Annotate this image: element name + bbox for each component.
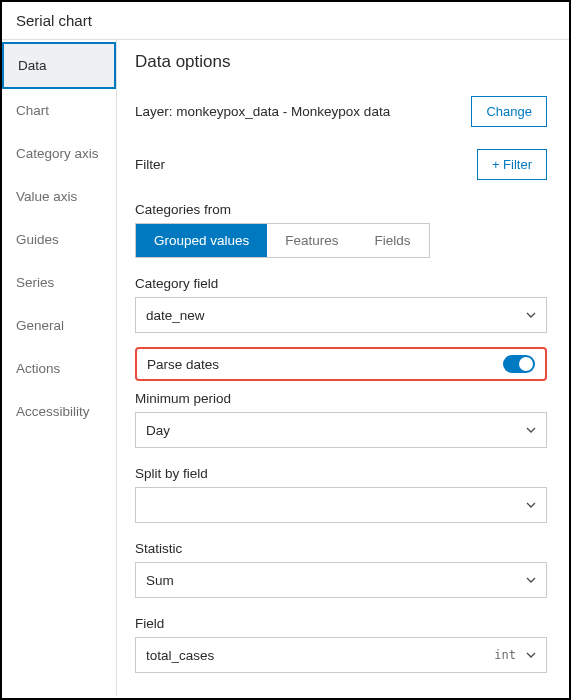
category-field-label: Category field [135, 276, 547, 291]
chevron-down-icon [526, 425, 536, 435]
field-select[interactable]: total_cases int [135, 637, 547, 673]
add-filter-button[interactable]: + Filter [477, 149, 547, 180]
field-type-badge: int [494, 648, 516, 662]
sidebar-item-actions[interactable]: Actions [2, 347, 116, 390]
sidebar: Data Chart Category axis Value axis Guid… [2, 40, 117, 696]
minimum-period-label: Minimum period [135, 391, 547, 406]
categories-from-label: Categories from [135, 202, 547, 217]
sidebar-item-data[interactable]: Data [2, 42, 116, 89]
main-title: Data options [135, 52, 547, 72]
sidebar-item-category-axis[interactable]: Category axis [2, 132, 116, 175]
split-by-label: Split by field [135, 466, 547, 481]
parse-dates-toggle[interactable] [503, 355, 535, 373]
sidebar-item-series[interactable]: Series [2, 261, 116, 304]
chevron-down-icon [526, 500, 536, 510]
parse-dates-label: Parse dates [147, 357, 219, 372]
main-panel: Data options Layer: monkeypox_data - Mon… [117, 40, 569, 696]
sidebar-item-guides[interactable]: Guides [2, 218, 116, 261]
chevron-down-icon [526, 575, 536, 585]
seg-features[interactable]: Features [267, 224, 356, 257]
statistic-value: Sum [146, 573, 174, 588]
seg-fields[interactable]: Fields [357, 224, 429, 257]
statistic-select[interactable]: Sum [135, 562, 547, 598]
seg-grouped-values[interactable]: Grouped values [136, 224, 267, 257]
layer-label: Layer: monkeypox_data - Monkeypox data [135, 104, 390, 119]
categories-from-segmented: Grouped values Features Fields [135, 223, 430, 258]
field-label: Field [135, 616, 547, 631]
sidebar-item-chart[interactable]: Chart [2, 89, 116, 132]
field-value: total_cases [146, 648, 214, 663]
filter-label: Filter [135, 157, 165, 172]
minimum-period-select[interactable]: Day [135, 412, 547, 448]
chevron-down-icon [526, 650, 536, 660]
category-field-value: date_new [146, 308, 205, 323]
change-button[interactable]: Change [471, 96, 547, 127]
split-by-select[interactable] [135, 487, 547, 523]
sidebar-item-value-axis[interactable]: Value axis [2, 175, 116, 218]
statistic-label: Statistic [135, 541, 547, 556]
panel-title: Serial chart [2, 2, 569, 40]
sidebar-item-accessibility[interactable]: Accessibility [2, 390, 116, 433]
sidebar-item-general[interactable]: General [2, 304, 116, 347]
parse-dates-row: Parse dates [135, 347, 547, 381]
category-field-select[interactable]: date_new [135, 297, 547, 333]
minimum-period-value: Day [146, 423, 170, 438]
chevron-down-icon [526, 310, 536, 320]
